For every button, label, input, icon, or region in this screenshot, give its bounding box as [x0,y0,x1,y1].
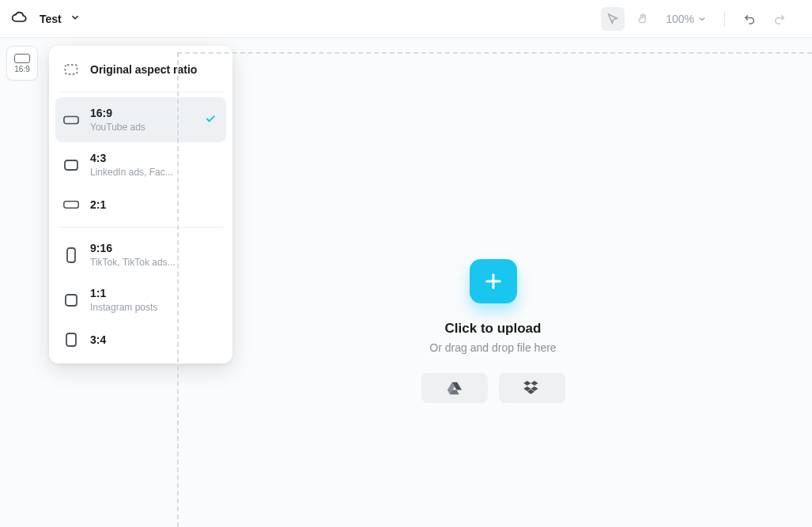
cursor-tool-button[interactable] [601,7,625,31]
ratio-sub: YouTube ads [90,122,145,133]
topbar-tools: 100% [601,7,801,31]
svg-rect-0 [66,65,77,74]
ratio-label: 2:1 [90,198,106,211]
svg-rect-4 [67,248,75,262]
workspace: 16:9 Original aspect ratio 16:9 [0,38,812,527]
aspect-ratio-button[interactable]: 16:9 [6,46,38,81]
upload-button[interactable] [470,259,517,303]
original-ratio-icon [63,62,79,77]
redo-button[interactable] [768,7,791,31]
zoom-value: 100% [666,13,694,25]
ratio-label: 9:16 [90,242,176,254]
dropbox-button[interactable] [499,373,565,403]
ratio-1-1-icon [63,292,79,308]
upload-subtitle: Or drag and drop file here [429,341,556,354]
ratio-sub: TikTok, TikTok ads... [90,257,176,268]
ratio-label: 3:4 [90,333,106,346]
cloud-icon [11,9,27,28]
ratio-4-3-icon [63,157,79,173]
svg-rect-2 [65,160,77,170]
project-name[interactable]: Test [40,13,62,25]
divider [724,11,725,27]
aspect-rect-icon [14,54,30,63]
cloud-buttons [421,373,565,403]
svg-rect-6 [66,333,76,346]
topbar-left: Test [11,9,81,28]
dropbox-icon [523,381,541,395]
upload-title: Click to upload [445,321,542,337]
undo-button[interactable] [738,7,761,31]
top-bar: Test 100% [0,0,812,38]
ratio-sub: LinkedIn ads, Fac... [90,167,173,178]
ratio-3-4-icon [63,332,79,348]
ratio-label: 4:3 [90,152,173,164]
svg-rect-3 [64,201,78,208]
svg-rect-1 [64,116,78,123]
aspect-badge-label: 16:9 [14,65,29,73]
google-drive-button[interactable] [421,373,488,403]
ratio-9-16-icon [63,247,79,263]
ratio-16-9-icon [63,112,79,128]
google-drive-icon [447,381,463,395]
ratio-label: 16:9 [90,107,145,119]
hand-tool-button[interactable] [631,7,655,31]
svg-rect-5 [66,295,77,306]
ratio-sub: Instagram posts [90,302,157,313]
chevron-down-icon[interactable] [70,12,81,26]
upload-zone: Click to upload Or drag and drop file he… [421,259,565,403]
zoom-dropdown[interactable]: 100% [666,13,707,25]
ratio-label: 1:1 [90,287,157,299]
ratio-2-1-icon [63,197,79,213]
